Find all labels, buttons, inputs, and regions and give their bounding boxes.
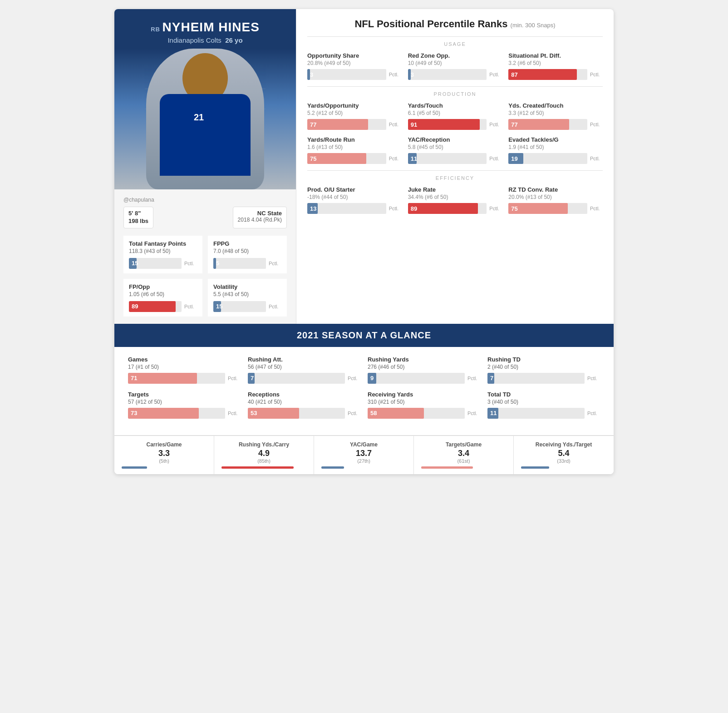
bar-fill: 11	[408, 153, 417, 164]
metric-block: Opportunity Share 20.8% (#49 of 50) 3 Pc…	[307, 52, 402, 80]
bar-container: 89	[408, 203, 487, 214]
bar-fill: 5	[213, 258, 216, 269]
metric-block: Yds. Created/Touch 3.3 (#12 of 50) 77 Pc…	[508, 102, 603, 130]
bar-fill: 19	[508, 153, 523, 164]
fantasy-stat-rank: 7.0 (#48 of 50)	[213, 248, 281, 254]
bar-container: 87	[508, 69, 587, 80]
pctl-label: Pctl.	[389, 156, 402, 161]
bar-row: 71 Pctl.	[128, 373, 241, 384]
season-stat-label: Rushing Yards	[368, 356, 480, 363]
fantasy-stat-block: Volatility 5.5 (#43 of 50) 15 Pctl.	[208, 279, 287, 317]
pctl-label: Pctl.	[590, 156, 603, 161]
bar-fill: 3	[307, 69, 310, 80]
bar-row: 91 Pctl.	[408, 119, 502, 130]
physical-stats-panel: @chapulana 5' 8"198 lbs NC State 2018 4.…	[114, 189, 296, 324]
metric-label: Prod. O/U Starter	[307, 186, 402, 193]
bar-container: 73	[128, 408, 225, 419]
height-weight: 5' 8"198 lbs	[123, 207, 153, 228]
bottom-stat-label: Receiving Yds./Target	[521, 441, 606, 448]
bar-container: 77	[307, 119, 386, 130]
season-stat-label: Targets	[128, 391, 241, 398]
metric-rank: 3.2 (#6 of 50)	[508, 60, 603, 66]
fantasy-stat-block: FP/Opp 1.05 (#6 of 50) 89 Pctl.	[123, 279, 202, 317]
bar-fill: 77	[508, 119, 569, 130]
metric-block: Red Zone Opp. 10 (#49 of 50) 3 Pctl.	[408, 52, 502, 80]
season-stat-rank: 2 (#40 of 50)	[487, 364, 600, 370]
bar-fill: 9	[368, 373, 376, 384]
season-row2: Targets 57 (#12 of 50) 73 Pctl. Receptio…	[128, 391, 600, 419]
metric-label: Juke Rate	[408, 186, 502, 193]
season-stat-block: Targets 57 (#12 of 50) 73 Pctl.	[128, 391, 241, 419]
metric-label: Yds. Created/Touch	[508, 102, 603, 109]
draft-info: NC State 2018 4.04 (Rd.Pk)	[233, 207, 287, 228]
left-panel: RB Nyheim Hines Indianapolis Colts 26 yo	[114, 9, 296, 324]
bar-row: 87 Pctl.	[508, 69, 603, 80]
pctl-label: Pctl.	[489, 72, 502, 77]
bar-row: 11 Pctl.	[487, 408, 600, 419]
pctl-label: Pctl.	[467, 411, 480, 416]
player-header: RB Nyheim Hines Indianapolis Colts 26 yo	[114, 9, 296, 49]
season-stat-rank: 310 (#21 of 50)	[368, 399, 480, 405]
bar-row: 13 Pctl.	[307, 203, 402, 214]
bar-row: 19 Pctl.	[508, 153, 603, 164]
metric-block: Yards/Opportunity 5.2 (#12 of 50) 77 Pct…	[307, 102, 402, 130]
metric-rank: 1.9 (#41 of 50)	[508, 144, 603, 150]
season-stat-label: Games	[128, 356, 241, 363]
bar-container: 3	[408, 69, 487, 80]
bar-row: 15 Pctl.	[129, 258, 197, 269]
bar-container: 11	[408, 153, 487, 164]
pctl-label: Pctl.	[184, 304, 197, 309]
bar-row: 5 Pctl.	[213, 258, 281, 269]
bar-fill: 13	[307, 203, 318, 214]
metric-block: Prod. O/U Starter -18% (#44 of 50) 13 Pc…	[307, 186, 402, 214]
efficiency-grid: Prod. O/U Starter -18% (#44 of 50) 13 Pc…	[307, 186, 603, 214]
bar-fill: 89	[129, 301, 176, 312]
metric-label: RZ TD Conv. Rate	[508, 186, 603, 193]
season-header: 2021 SEASON AT A GLANCE	[114, 324, 614, 347]
metric-rank: 20.0% (#13 of 50)	[508, 194, 603, 200]
bar-row: 7 Pctl.	[248, 373, 360, 384]
fantasy-stat-rank: 5.5 (#43 of 50)	[213, 291, 281, 297]
production-label: PRODUCTION	[307, 91, 603, 97]
bar-container: 7	[248, 373, 345, 384]
season-stat-label: Receptions	[248, 391, 360, 398]
bar-fill: 75	[307, 153, 366, 164]
production-grid: Yards/Opportunity 5.2 (#12 of 50) 77 Pct…	[307, 102, 603, 164]
metric-label: YAC/Reception	[408, 136, 502, 143]
season-row1: Games 17 (#1 of 50) 71 Pctl. Rushing Att…	[128, 356, 600, 384]
metric-rank: 34.4% (#6 of 50)	[408, 194, 502, 200]
metric-rank: 10 (#49 of 50)	[408, 60, 502, 66]
bottom-bar	[421, 466, 473, 469]
pctl-label: Pctl.	[184, 261, 197, 266]
fantasy-stat-rank: 118.3 (#43 of 50)	[129, 248, 197, 254]
usage-label: USAGE	[307, 41, 603, 47]
metric-label: Opportunity Share	[307, 52, 402, 59]
fantasy-stats-grid: Total Fantasy Points 118.3 (#43 of 50) 1…	[123, 236, 287, 317]
bar-container: 11	[487, 408, 585, 419]
bar-row: 3 Pctl.	[307, 69, 402, 80]
bar-fill: 7	[487, 373, 494, 384]
bar-container: 91	[408, 119, 487, 130]
bar-fill: 11	[487, 408, 498, 419]
bottom-stat-rank: (27th)	[321, 458, 406, 464]
pctl-label: Pctl.	[590, 122, 603, 127]
bar-fill: 15	[213, 301, 221, 312]
pctl-label: Pctl.	[389, 72, 402, 77]
bar-row: 77 Pctl.	[307, 119, 402, 130]
bar-row: 3 Pctl.	[408, 69, 502, 80]
season-stat-label: Rushing TD	[487, 356, 600, 363]
bar-row: 53 Pctl.	[248, 408, 360, 419]
pctl-label: Pctl.	[348, 376, 360, 381]
pctl-label: Pctl.	[228, 376, 241, 381]
bottom-stat-value: 3.4	[421, 449, 506, 458]
bar-row: 89 Pctl.	[129, 301, 197, 312]
bar-container: 53	[248, 408, 345, 419]
bar-fill: 75	[508, 203, 567, 214]
bottom-stat-rank: (5th)	[122, 458, 207, 464]
metric-label: Situational Pt. Diff.	[508, 52, 603, 59]
pctl-label: Pctl.	[389, 122, 402, 127]
bar-fill: 58	[368, 408, 424, 419]
metric-block: Yards/Touch 6.1 (#5 of 50) 91 Pctl.	[408, 102, 502, 130]
pctl-label: Pctl.	[269, 304, 281, 309]
pctl-label: Pctl.	[489, 122, 502, 127]
